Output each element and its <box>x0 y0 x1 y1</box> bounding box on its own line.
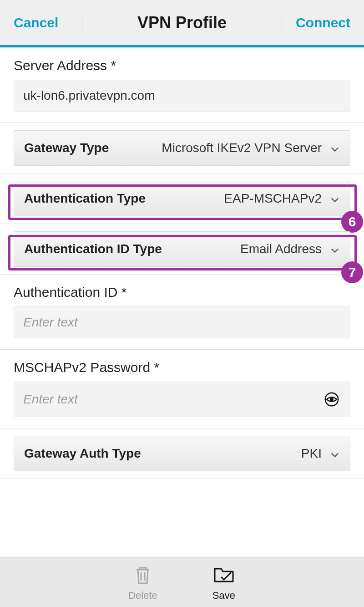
auth-type-value: EAP-MSCHAPv2 <box>224 191 322 206</box>
auth-type-group: Authentication Type EAP-MSCHAPv2 6 <box>0 181 364 224</box>
auth-id-label: Authentication ID * <box>0 275 364 306</box>
chevron-down-icon <box>330 244 340 254</box>
auth-id-type-label: Authentication ID Type <box>24 242 162 256</box>
form-content: Server Address * uk-lon6.privatevpn.com … <box>0 47 364 557</box>
server-address-input[interactable]: uk-lon6.privatevpn.com <box>14 80 350 112</box>
auth-id-input[interactable]: Enter text <box>14 306 350 338</box>
show-password-icon[interactable] <box>323 390 341 408</box>
mschap-password-placeholder: Enter text <box>23 392 78 407</box>
gateway-type-dropdown[interactable]: Gateway Type Microsoft IKEv2 VPN Server <box>14 130 350 166</box>
auth-type-label: Authentication Type <box>24 191 146 206</box>
auth-id-type-value: Email Address <box>240 242 322 256</box>
gateway-auth-type-dropdown[interactable]: Gateway Auth Type PKI <box>14 436 350 471</box>
save-label: Save <box>212 590 235 602</box>
trash-icon <box>131 563 155 588</box>
gateway-type-group: Gateway Type Microsoft IKEv2 VPN Server <box>0 130 364 173</box>
save-button[interactable]: Save <box>212 563 236 602</box>
server-address-group: Server Address * uk-lon6.privatevpn.com <box>0 48 364 123</box>
gateway-type-value: Microsoft IKEv2 VPN Server <box>162 141 322 155</box>
header: Cancel VPN Profile Connect <box>0 0 364 47</box>
connect-button[interactable]: Connect <box>282 15 364 31</box>
auth-id-placeholder: Enter text <box>23 315 78 330</box>
bottom-toolbar: Delete Save <box>0 557 364 607</box>
auth-id-group: Authentication ID * Enter text <box>0 275 364 350</box>
page-title: VPN Profile <box>82 13 282 32</box>
mschap-password-label: MSCHAPv2 Password * <box>0 350 364 382</box>
cancel-button[interactable]: Cancel <box>0 15 82 31</box>
delete-button[interactable]: Delete <box>128 563 157 602</box>
gateway-auth-type-group: Gateway Auth Type PKI <box>0 436 364 479</box>
auth-id-type-dropdown[interactable]: Authentication ID Type Email Address <box>14 231 350 267</box>
server-address-label: Server Address * <box>0 48 364 80</box>
auth-type-dropdown[interactable]: Authentication Type EAP-MSCHAPv2 <box>14 181 350 216</box>
gateway-auth-type-label: Gateway Auth Type <box>24 446 141 461</box>
chevron-down-icon <box>330 143 340 153</box>
mschap-password-input[interactable]: Enter text <box>14 382 350 417</box>
svg-point-1 <box>330 398 334 401</box>
mschap-password-group: MSCHAPv2 Password * Enter text <box>0 350 364 428</box>
delete-label: Delete <box>128 590 157 602</box>
auth-id-type-group: Authentication ID Type Email Address 7 <box>0 231 364 275</box>
chevron-down-icon <box>330 449 340 459</box>
server-address-value: uk-lon6.privatevpn.com <box>23 88 155 103</box>
gateway-auth-type-value: PKI <box>301 446 322 461</box>
chevron-down-icon <box>330 194 340 204</box>
save-folder-icon <box>212 563 236 588</box>
gateway-type-label: Gateway Type <box>24 141 109 155</box>
